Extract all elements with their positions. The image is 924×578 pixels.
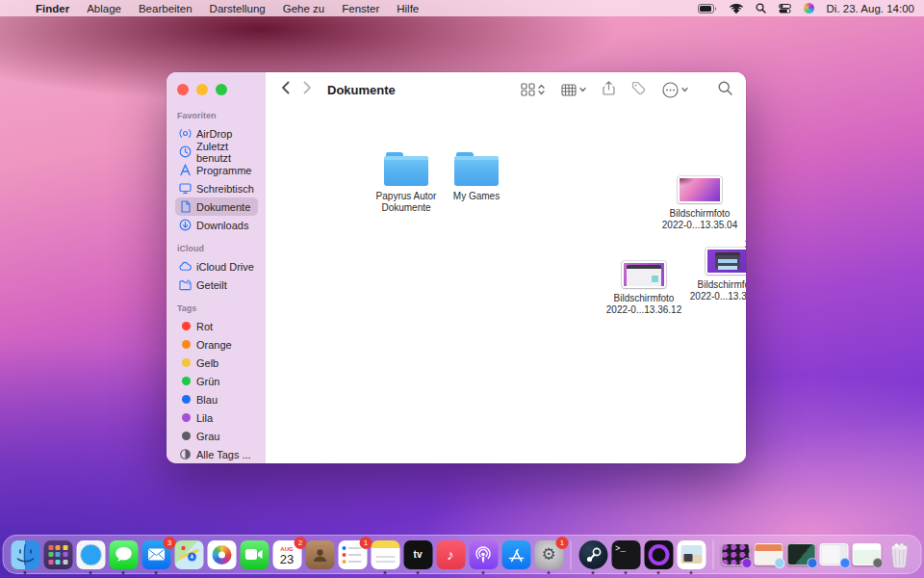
dock-minimized-window-4[interactable] — [819, 543, 849, 565]
sidebar-item-grau[interactable]: Grau — [175, 427, 258, 445]
maps-icon — [174, 540, 203, 569]
sidebar-item-label: Alle Tags ... — [196, 449, 251, 460]
back-button[interactable] — [281, 81, 290, 98]
file-bildschirmfoto-2022-0-13-39-01[interactable]: Bildschirmfoto2022-0...13.39.01 — [685, 248, 746, 302]
dock-safari[interactable] — [76, 540, 106, 569]
dock-app-store[interactable] — [501, 540, 531, 569]
group-by-button[interactable] — [561, 84, 586, 96]
sidebar-item-gelb[interactable]: Gelb — [175, 354, 258, 372]
menu-ablage[interactable]: Ablage — [78, 3, 130, 14]
sidebar-item-lila[interactable]: Lila — [175, 408, 258, 427]
file-area[interactable]: Papyrus AutorDokumente My Games Bildschi… — [266, 107, 746, 463]
sidebar-item-orange[interactable]: Orange — [175, 335, 258, 354]
sidebar-item-grün[interactable]: Grün — [175, 372, 258, 390]
sidebar-item-label: Programme — [196, 165, 251, 176]
siri-icon[interactable] — [804, 3, 814, 13]
tag-color-icon — [179, 356, 192, 369]
close-button[interactable] — [177, 84, 189, 95]
dock-maps[interactable] — [174, 540, 204, 569]
minimize-button[interactable] — [196, 84, 208, 95]
dock-minimized-window-3[interactable] — [786, 543, 816, 565]
notification-badge: 3 — [164, 537, 176, 549]
menu-fenster[interactable]: Fenster — [333, 3, 388, 14]
dock-messages[interactable] — [109, 540, 139, 569]
running-indicator — [625, 571, 628, 574]
file-my-games[interactable]: My Games — [434, 152, 519, 202]
tag-color-icon — [179, 393, 192, 406]
dock-mail[interactable]: 3 — [141, 540, 171, 569]
file-bildschirmfoto-2022-0-13-35-04[interactable]: Bildschirmfoto2022-0...13.35.04 — [657, 176, 742, 230]
running-indicator — [690, 571, 693, 574]
sidebar-item-alle-tags[interactable]: Alle Tags ... — [175, 445, 258, 463]
spotlight-search-icon[interactable] — [756, 3, 766, 13]
file-bildschirmfoto-2022-0-13-35-26[interactable]: Bildschirmfoto2022-0...13.35.26 — [740, 196, 746, 250]
sidebar-item-label: Zuletzt benutzt — [196, 141, 254, 164]
sidebar-item-label: iCloud Drive — [196, 261, 254, 273]
screenshot-thumbnail — [706, 248, 746, 275]
running-indicator — [482, 571, 485, 574]
running-indicator — [384, 571, 387, 574]
tag-color-icon — [179, 375, 192, 387]
tag-color-icon — [179, 320, 192, 332]
dock-contacts[interactable] — [305, 540, 335, 569]
sidebar-item-zuletzt-benutzt[interactable]: Zuletzt benutzt — [175, 143, 258, 161]
zoom-button[interactable] — [216, 84, 227, 95]
steam-icon — [578, 540, 607, 569]
sidebar-item-label: Orange — [196, 339, 232, 351]
share-icon[interactable] — [603, 81, 615, 99]
forward-button[interactable] — [303, 81, 312, 98]
dock-purple-ring-app[interactable] — [644, 540, 674, 569]
menu-gehe-zu[interactable]: Gehe zu — [274, 3, 333, 14]
sidebar: FavoritenAirDropZuletzt benutztProgramme… — [167, 72, 266, 463]
terminal-icon: >_ — [611, 540, 640, 569]
dock-reminders[interactable]: 1 — [338, 540, 368, 569]
dock: 3AUG2321tv♪⚙1>_ — [3, 535, 922, 574]
sidebar-item-blau[interactable]: Blau — [175, 390, 258, 408]
sidebar-item-downloads[interactable]: Downloads — [175, 216, 258, 234]
dock-notes[interactable] — [371, 540, 400, 569]
menu-bearbeiten[interactable]: Bearbeiten — [130, 3, 201, 14]
sidebar-section-tags: Tags — [177, 303, 256, 313]
menu-darstellung[interactable]: Darstellung — [201, 3, 274, 14]
dock-terminal[interactable]: >_ — [611, 540, 641, 569]
sidebar-item-schreibtisch[interactable]: Schreibtisch — [175, 179, 258, 197]
dock-launchpad[interactable] — [43, 540, 73, 569]
dock-system-preferences[interactable]: ⚙1 — [534, 540, 564, 569]
launchpad-icon — [43, 540, 72, 569]
sidebar-item-icloud-drive[interactable]: iCloud Drive — [175, 257, 258, 276]
window-app-badge — [775, 558, 785, 568]
sidebar-item-programme[interactable]: Programme — [175, 161, 258, 179]
dock-podcasts[interactable] — [469, 540, 499, 569]
sidebar-item-geteilt[interactable]: Geteilt — [175, 276, 258, 294]
view-mode-button[interactable] — [521, 83, 545, 96]
more-actions-button[interactable] — [662, 82, 688, 98]
tags-icon[interactable] — [631, 81, 646, 99]
dock-facetime[interactable] — [240, 540, 270, 569]
dock-calendar[interactable]: AUG232 — [272, 540, 302, 569]
dock-minimized-window-2[interactable] — [754, 543, 783, 565]
dock-tv[interactable]: tv — [403, 540, 433, 569]
dock-trash[interactable] — [885, 540, 914, 569]
sidebar-item-label: AirDrop — [196, 128, 232, 140]
menu-hilfe[interactable]: Hilfe — [388, 3, 427, 14]
dock-preview-photo-app[interactable] — [677, 540, 706, 569]
dock-steam[interactable] — [578, 540, 608, 569]
wifi-icon[interactable] — [730, 4, 743, 13]
sidebar-item-dokumente[interactable]: Dokumente — [175, 197, 258, 216]
sidebar-item-rot[interactable]: Rot — [175, 317, 258, 335]
tv-icon: tv — [403, 540, 432, 569]
sidebar-item-label: Geteilt — [196, 279, 227, 291]
file-label: Bildschirmfoto2022-0...13.39.01 — [685, 279, 746, 302]
battery-icon[interactable] — [698, 4, 717, 13]
podcasts-icon — [469, 540, 498, 569]
search-icon[interactable] — [718, 81, 732, 99]
dock-minimized-window-1[interactable] — [721, 543, 751, 565]
file-bildschirmfoto-2022-0-13-36-12[interactable]: Bildschirmfoto2022-0...13.36.12 — [602, 261, 686, 315]
dock-photos[interactable] — [207, 540, 237, 569]
dock-finder[interactable] — [11, 540, 40, 569]
dock-music[interactable]: ♪ — [436, 540, 466, 569]
dock-minimized-window-5[interactable] — [852, 543, 882, 565]
menu-finder[interactable]: Finder — [27, 3, 78, 14]
control-center-icon[interactable] — [779, 4, 791, 13]
menu-clock[interactable]: Di. 23. Aug. 14:00 — [827, 3, 914, 14]
